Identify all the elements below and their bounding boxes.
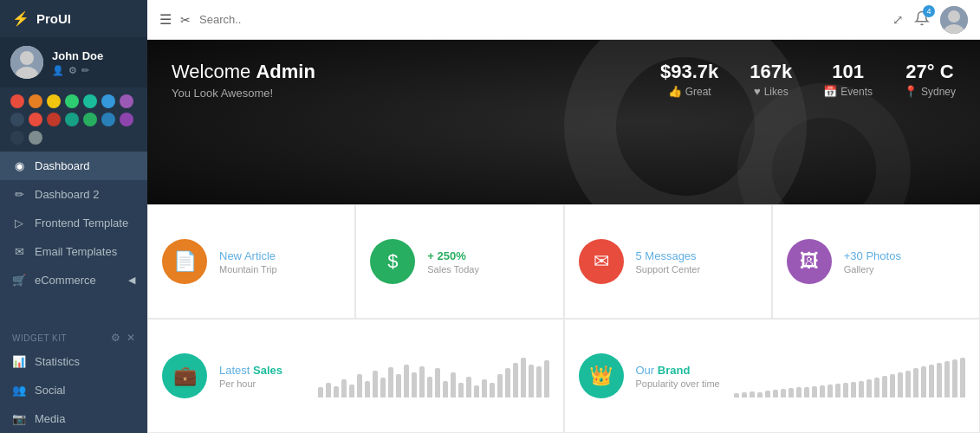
frontend-icon: ▷ [12,216,26,229]
chart-bar [544,360,549,397]
widget-messages[interactable]: ✉ 5 Messages Support Center [564,204,772,319]
sidebar-item-email[interactable]: ✉ Email Templates [0,237,147,266]
widget-text-new-article: New Article Mountain Trip [219,249,341,275]
color-swatch[interactable] [101,113,115,126]
chart-bar [843,383,848,397]
section-action-icons[interactable]: ⚙ ✕ [111,332,135,344]
dashboard2-icon: ✏ [12,188,26,201]
color-swatch[interactable] [101,94,115,108]
widget-subtitle-new-article: Mountain Trip [219,264,341,275]
sidebar-item-label: Statistics [35,355,80,368]
sidebar-item-label: Frontend Template [35,216,128,229]
widget-sales-today[interactable]: $ + 250% Sales Today [355,204,563,319]
widget-our-brand[interactable]: 👑 Our Brand Popularity over time [564,319,981,433]
color-swatch[interactable] [120,113,133,126]
widget-subtitle-sales-today: Sales Today [427,264,548,275]
sidebar-item-dashboard[interactable]: ◉ Dashboard [0,152,147,180]
search-input[interactable] [199,13,884,26]
chart-bar [952,359,957,397]
chart-bar [451,372,456,397]
color-swatch[interactable] [83,113,97,126]
user-action-icons[interactable]: 👤 ⚙ ✏ [52,65,103,76]
color-swatch[interactable] [83,94,97,108]
chart-bar [750,391,755,397]
chart-bar [474,385,479,397]
widget-text-our-brand: Our Brand Popularity over time [636,364,723,389]
section-close-icon[interactable]: ✕ [127,332,136,344]
chart-bar [427,377,432,397]
color-swatch[interactable] [120,94,133,108]
sidebar-item-dashboard2[interactable]: ✏ Dashboard 2 [0,180,147,209]
hero-stat-icon: 👍 [668,85,682,98]
widget-latest-sales[interactable]: 💼 Latest Sales Per hour [147,319,564,433]
widget-grid: 📄 New Article Mountain Trip $ + 250% Sal… [147,204,980,433]
dashboard-icon: ◉ [12,159,26,172]
chart-bar [773,390,778,397]
hero-stat-label: 📅Events [823,85,873,98]
chart-bar [882,376,887,397]
color-swatch[interactable] [65,94,79,108]
chart-bar [765,391,770,397]
color-swatch[interactable] [47,113,61,126]
avatar[interactable] [10,46,43,79]
color-swatch[interactable] [10,131,24,145]
chart-bar [742,392,747,397]
chart-bar [835,384,840,397]
chart-bar [859,381,864,397]
svg-point-1 [20,51,34,65]
chart-bar [458,383,464,397]
section-settings-icon[interactable]: ⚙ [111,332,121,344]
chart-bar [929,365,934,397]
sidebar-item-social[interactable]: 👥 Social [0,376,147,404]
sidebar-item-label: Social [35,384,65,397]
chart-bar [874,378,879,397]
color-swatch[interactable] [29,94,42,108]
chart-bar [349,385,354,397]
widget-icon-latest-sales: 💼 [162,353,207,398]
color-swatch[interactable] [10,94,24,108]
user-profile-icon[interactable]: 👤 [52,65,64,76]
chart-bar [898,372,903,397]
hero-subtitle: You Look Awesome! [172,87,315,100]
user-settings-icon[interactable]: ⚙ [68,65,77,76]
widget-icon-new-article: 📄 [162,239,207,284]
hero-stat-icon: 📍 [904,85,918,98]
hero-stat: 101 📅Events [823,61,873,98]
chart-bar [365,381,370,397]
sidebar-item-statistics[interactable]: 📊 Statistics [0,347,147,376]
widget-new-article[interactable]: 📄 New Article Mountain Trip [147,204,355,319]
chart-bar [326,383,331,397]
hero-stat: $93.7k 👍Great [660,61,718,98]
topbar-right: ⤢ 4 [892,6,968,34]
widget-text-latest-sales: Latest Sales Per hour [219,364,306,389]
color-swatch[interactable] [29,113,42,126]
user-info: John Doe 👤 ⚙ ✏ [52,49,103,76]
hero-stats: $93.7k 👍Great 167k ♥Likes 101 📅Events 27… [636,40,980,204]
sidebar-user: John Doe 👤 ⚙ ✏ [0,37,147,87]
user-edit-icon[interactable]: ✏ [81,65,89,76]
sidebar-item-media[interactable]: 📷 Media [0,404,147,433]
hero-stat-label: ♥Likes [750,85,792,98]
color-swatch[interactable] [29,131,42,145]
main-content: ☰ ✂ ⤢ 4 [147,0,980,433]
hero-stat: 27° C 📍Sydney [904,61,956,98]
color-swatch[interactable] [65,113,79,126]
menu-toggle-icon[interactable]: ☰ [159,11,172,28]
topbar-avatar[interactable] [940,6,968,34]
widget-photos[interactable]: 🖼 +30 Photos Gallery [772,204,980,319]
email-icon: ✉ [12,245,26,258]
notification-button[interactable]: 4 [914,10,930,29]
sidebar-item-label: Dashboard [35,159,90,172]
widget-text-photos: +30 Photos Gallery [844,249,965,275]
chart-bar [536,366,542,397]
color-swatch[interactable] [10,113,24,126]
color-swatch[interactable] [47,94,61,108]
topbar: ☰ ✂ ⤢ 4 [147,0,980,40]
sidebar-item-frontend[interactable]: ▷ Frontend Template [0,209,147,237]
chart-bar [921,366,926,397]
sidebar-item-ecommerce[interactable]: 🛒 eCommerce ◀ [0,266,147,294]
chart-bar [380,378,386,397]
sidebar-item-label: Dashboard 2 [35,188,99,201]
tools-icon[interactable]: ✂ [180,13,191,27]
share-icon[interactable]: ⤢ [892,12,904,28]
